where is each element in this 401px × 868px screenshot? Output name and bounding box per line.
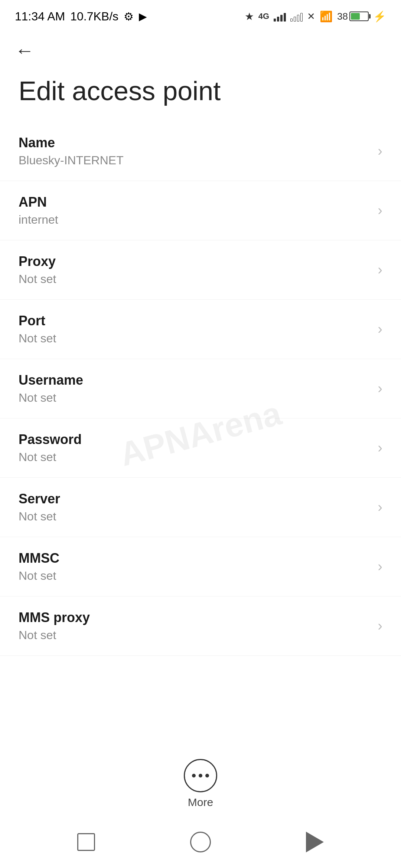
settings-item-value: Not set [19, 332, 56, 345]
more-dot-1 [192, 774, 196, 777]
settings-item-title: Password [19, 432, 82, 447]
speed: 10.7KB/s [70, 10, 118, 23]
more-dot-3 [205, 774, 209, 777]
settings-item-port[interactable]: Port Not set › [0, 300, 401, 359]
settings-item-value: Not set [19, 450, 82, 464]
signal-bars-2 [290, 11, 303, 22]
settings-item-value: Not set [19, 510, 60, 523]
settings-item-title: Port [19, 313, 56, 329]
settings-item-content: MMSC Not set [19, 550, 59, 583]
video-icon: ▶ [139, 10, 147, 23]
settings-icon: ⚙ [124, 10, 134, 23]
settings-item-title: APN [19, 194, 58, 210]
settings-item-title: Proxy [19, 254, 56, 269]
settings-item-content: Port Not set [19, 313, 56, 345]
settings-list: Name Bluesky-INTERNET › APN internet › P… [0, 122, 401, 656]
chevron-right-icon: › [378, 618, 382, 634]
signal-bars-1 [274, 11, 286, 22]
settings-item-mms-proxy[interactable]: MMS proxy Not set › [0, 596, 401, 656]
back-area[interactable]: ← [0, 30, 401, 68]
wifi-icon: 📶 [320, 10, 333, 23]
status-left: 11:34 AM 10.7KB/s ⚙ ▶ [15, 10, 147, 23]
settings-item-value: Not set [19, 391, 83, 405]
settings-item-server[interactable]: Server Not set › [0, 478, 401, 537]
recents-icon [77, 833, 95, 851]
chevron-right-icon: › [378, 143, 382, 159]
settings-item-content: Username Not set [19, 372, 83, 405]
chevron-right-icon: › [378, 499, 382, 515]
status-bar: 11:34 AM 10.7KB/s ⚙ ▶ ★ 4G ✕ 📶 38 [0, 0, 401, 30]
status-right: ★ 4G ✕ 📶 38 ⚡ [245, 10, 386, 23]
chevron-right-icon: › [378, 321, 382, 337]
settings-item-value: Not set [19, 628, 90, 642]
settings-item-name[interactable]: Name Bluesky-INTERNET › [0, 122, 401, 181]
nav-home-button[interactable] [190, 832, 211, 852]
settings-item-proxy[interactable]: Proxy Not set › [0, 240, 401, 300]
chevron-right-icon: › [378, 262, 382, 278]
chevron-right-icon: › [378, 440, 382, 456]
more-dot-2 [199, 774, 202, 777]
settings-item-username[interactable]: Username Not set › [0, 359, 401, 418]
settings-item-value: Bluesky-INTERNET [19, 154, 124, 167]
settings-item-content: Password Not set [19, 432, 82, 464]
more-circle-icon [184, 759, 217, 792]
network-type: 4G [258, 11, 269, 21]
home-icon [190, 832, 211, 852]
more-button-area[interactable]: More [0, 759, 401, 809]
chevron-right-icon: › [378, 203, 382, 218]
charging-icon: ⚡ [373, 10, 386, 23]
settings-item-content: Server Not set [19, 491, 60, 523]
time: 11:34 AM [15, 10, 65, 23]
page-title: Edit access point [0, 68, 401, 122]
more-label: More [188, 796, 213, 809]
back-icon [306, 832, 324, 852]
settings-item-mmsc[interactable]: MMSC Not set › [0, 537, 401, 596]
settings-item-apn[interactable]: APN internet › [0, 181, 401, 240]
battery-icon [349, 11, 369, 21]
battery-percent: 38 [337, 11, 348, 22]
battery-container: 38 [337, 11, 369, 22]
more-button[interactable]: More [184, 759, 217, 809]
settings-item-value: Not set [19, 569, 59, 583]
settings-item-content: Proxy Not set [19, 254, 56, 286]
settings-item-value: Not set [19, 272, 56, 286]
settings-item-title: Server [19, 491, 60, 507]
settings-item-content: MMS proxy Not set [19, 610, 90, 642]
settings-item-title: MMS proxy [19, 610, 90, 625]
settings-item-title: Name [19, 135, 124, 151]
nav-back-button[interactable] [306, 832, 324, 852]
chevron-right-icon: › [378, 559, 382, 575]
nav-recents-button[interactable] [77, 833, 95, 851]
settings-item-content: APN internet [19, 194, 58, 227]
bottom-nav [0, 816, 401, 868]
settings-item-value: internet [19, 213, 58, 227]
chevron-right-icon: › [378, 381, 382, 397]
settings-item-content: Name Bluesky-INTERNET [19, 135, 124, 167]
settings-item-password[interactable]: Password Not set › [0, 418, 401, 478]
settings-item-title: MMSC [19, 550, 59, 566]
settings-item-title: Username [19, 372, 83, 388]
back-button[interactable]: ← [15, 41, 34, 60]
bluetooth-icon: ★ [245, 10, 254, 23]
no-signal-icon: ✕ [307, 11, 315, 22]
